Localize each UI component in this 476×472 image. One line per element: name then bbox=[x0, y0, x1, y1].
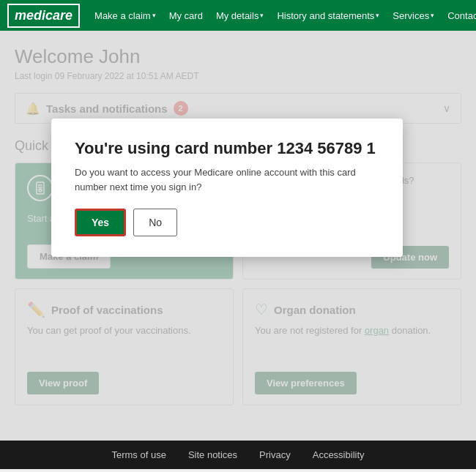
no-button[interactable]: No bbox=[133, 209, 177, 236]
yes-button[interactable]: Yes bbox=[75, 209, 126, 236]
card-number-modal: You're using card number 1234 56789 1 Do… bbox=[51, 119, 403, 257]
footer-privacy[interactable]: Privacy bbox=[259, 449, 291, 460]
footer-terms[interactable]: Terms of use bbox=[111, 449, 166, 460]
main-nav: Make a claim▾ My card My details▾ Histor… bbox=[89, 7, 476, 24]
modal-title: You're using card number 1234 56789 1 bbox=[75, 139, 379, 158]
footer: Terms of use Site notices Privacy Access… bbox=[0, 441, 476, 469]
chevron-down-icon: ▾ bbox=[431, 12, 434, 19]
modal-buttons: Yes No bbox=[75, 209, 379, 236]
modal-overlay: You're using card number 1234 56789 1 Do… bbox=[0, 31, 476, 441]
chevron-down-icon: ▾ bbox=[152, 12, 156, 19]
nav-history[interactable]: History and statements▾ bbox=[271, 7, 385, 24]
footer-accessibility[interactable]: Accessibility bbox=[313, 449, 365, 460]
nav-contact[interactable]: Contact us▾ bbox=[442, 7, 476, 24]
main-content: Welcome John Last login 09 February 2022… bbox=[0, 31, 476, 441]
nav-my-card[interactable]: My card bbox=[163, 7, 209, 24]
modal-description: Do you want to access your Medicare onli… bbox=[75, 165, 379, 194]
nav-my-details[interactable]: My details▾ bbox=[210, 7, 270, 24]
chevron-down-icon: ▾ bbox=[260, 12, 264, 19]
header: medicare Make a claim▾ My card My detail… bbox=[0, 0, 476, 31]
medicare-logo[interactable]: medicare bbox=[7, 4, 80, 28]
chevron-down-icon: ▾ bbox=[376, 12, 379, 19]
nav-make-claim[interactable]: Make a claim▾ bbox=[89, 7, 162, 24]
nav-services[interactable]: Services▾ bbox=[387, 7, 440, 24]
footer-site-notices[interactable]: Site notices bbox=[188, 449, 237, 460]
